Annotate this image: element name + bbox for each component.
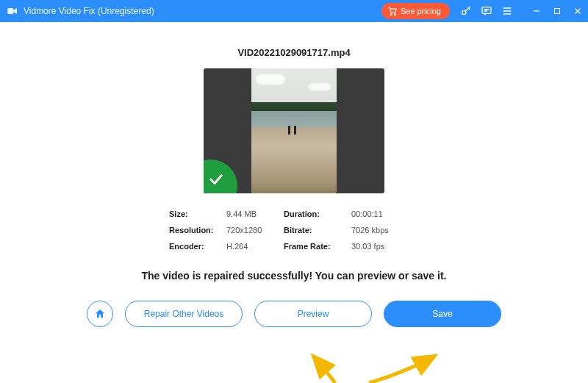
video-thumbnail [251, 68, 337, 193]
logo-icon [6, 4, 19, 18]
repair-other-videos-button[interactable]: Repair Other Videos [125, 301, 243, 327]
duration-value: 00:00:11 [351, 210, 404, 218]
maximize-button[interactable] [547, 0, 567, 22]
save-button[interactable]: Save [384, 301, 501, 327]
app-title: Vidmore Video Fix (Unregistered) [24, 6, 154, 16]
see-pricing-label: See pricing [401, 7, 441, 15]
preview-label: Preview [298, 309, 329, 319]
menu-icon[interactable] [497, 0, 517, 22]
preview-button[interactable]: Preview [254, 301, 372, 327]
encoder-label: Encoder: [169, 242, 222, 251]
svg-point-2 [395, 14, 396, 15]
duration-label: Duration: [284, 210, 347, 218]
key-icon[interactable] [456, 0, 476, 22]
success-checkmark-icon [204, 160, 237, 193]
main-content: VID20221029091717.mp4 Size: 9.44 MB Dura… [0, 22, 588, 383]
bitrate-label: Bitrate: [284, 226, 347, 235]
feedback-icon[interactable] [476, 0, 497, 22]
framerate-value: 30.03 fps [351, 242, 404, 251]
size-label: Size: [169, 210, 222, 218]
save-label: Save [432, 309, 452, 319]
svg-rect-5 [555, 9, 560, 14]
resolution-value: 720x1280 [226, 226, 279, 235]
close-button[interactable] [567, 0, 588, 22]
see-pricing-button[interactable]: See pricing [381, 3, 450, 19]
success-message: The video is repaired successfully! You … [142, 270, 447, 282]
annotation-arrow-icon [298, 350, 357, 383]
home-button[interactable] [87, 301, 113, 327]
svg-rect-4 [482, 7, 491, 14]
encoder-value: H.264 [226, 242, 279, 251]
bitrate-value: 7026 kbps [351, 226, 404, 235]
file-name: VID20221029091717.mp4 [237, 47, 350, 58]
titlebar: Vidmore Video Fix (Unregistered) See pri… [0, 0, 588, 22]
size-value: 9.44 MB [226, 210, 279, 218]
svg-point-3 [462, 10, 466, 14]
resolution-label: Resolution: [169, 226, 222, 235]
video-preview [204, 68, 384, 193]
svg-rect-0 [7, 8, 13, 14]
minimize-button[interactable] [526, 0, 547, 22]
svg-point-1 [390, 14, 392, 15]
video-info-grid: Size: 9.44 MB Duration: 00:00:11 Resolut… [169, 210, 419, 251]
repair-other-label: Repair Other Videos [144, 309, 224, 319]
annotation-arrow-icon [362, 350, 450, 383]
action-buttons: Repair Other Videos Preview Save [87, 301, 501, 327]
framerate-label: Frame Rate: [284, 242, 347, 251]
